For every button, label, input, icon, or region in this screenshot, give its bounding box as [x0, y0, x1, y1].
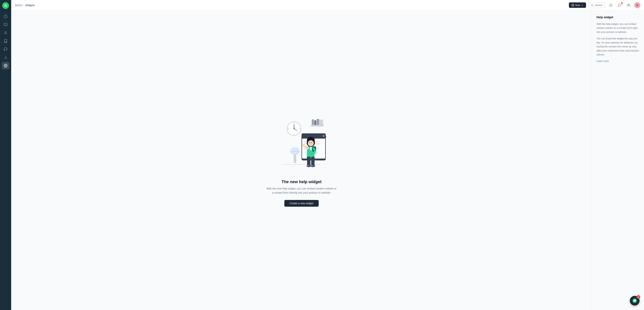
sidebar-item-conversations[interactable]	[2, 46, 9, 53]
sidebar-item-reports[interactable]	[2, 54, 9, 61]
svg-rect-61	[307, 157, 310, 166]
sidebar-item-settings[interactable]	[2, 62, 9, 69]
svg-point-28	[300, 128, 300, 129]
svg-point-26	[294, 134, 294, 135]
main-description: With the new help widget, you can embed …	[266, 186, 337, 195]
floating-widget-button[interactable]: 1	[630, 296, 640, 305]
svg-point-59	[310, 142, 310, 143]
learn-more-link[interactable]: Learn more	[596, 60, 609, 63]
main-heading: The new help widget	[282, 179, 322, 184]
chatwoot-logo-icon	[632, 298, 637, 303]
breadcrumb-separator: ›	[24, 4, 24, 7]
svg-rect-32	[316, 119, 319, 125]
svg-rect-31	[314, 120, 316, 125]
breadcrumb-admin[interactable]: Admin	[15, 4, 22, 7]
svg-rect-62	[311, 157, 314, 166]
svg-point-65	[307, 165, 309, 166]
breadcrumb: Admin › Widgets	[15, 4, 568, 7]
svg-point-55	[308, 138, 310, 140]
main-area: Admin › Widgets New Search	[11, 0, 644, 310]
right-panel-title: Help widget	[596, 16, 640, 19]
chat-button[interactable]	[616, 2, 623, 9]
svg-point-56	[312, 138, 314, 140]
topbar-actions: New Search D	[569, 2, 640, 9]
message-icon	[618, 4, 622, 7]
bell-icon	[609, 4, 612, 7]
search-icon	[591, 4, 594, 7]
svg-point-60	[312, 142, 312, 143]
svg-rect-29	[311, 125, 324, 126]
chevron-down-icon	[581, 4, 584, 6]
center-content: The new help widget With the new help wi…	[11, 11, 592, 310]
right-panel-paragraph2: You can brand the widget the way you lik…	[596, 37, 640, 57]
svg-rect-33	[320, 120, 323, 125]
sidebar-item-knowledge[interactable]	[2, 37, 9, 45]
sidebar-item-dashboard[interactable]	[2, 13, 9, 20]
sidebar-logo[interactable]	[2, 2, 9, 9]
svg-point-27	[288, 128, 288, 129]
team-button[interactable]	[625, 2, 632, 9]
avatar-button[interactable]: D	[634, 2, 640, 8]
breadcrumb-current: Widgets	[25, 4, 35, 7]
sidebar-item-contacts[interactable]	[2, 29, 9, 37]
users-icon	[627, 4, 630, 7]
svg-point-11	[5, 65, 6, 66]
chat-badge	[621, 2, 623, 4]
svg-point-16	[592, 4, 593, 6]
right-panel: Help widget With the help widget, you ca…	[592, 11, 644, 310]
search-button[interactable]: Search	[588, 2, 605, 8]
svg-point-25	[294, 123, 294, 124]
topbar: Admin › Widgets New Search	[11, 0, 644, 11]
widget-illustration	[272, 114, 331, 173]
svg-rect-40	[302, 136, 326, 137]
right-panel-paragraph1: With the help widget, you can embed solu…	[596, 22, 640, 34]
new-button[interactable]: New	[569, 3, 586, 8]
sidebar-item-inbox[interactable]	[2, 21, 9, 28]
floating-badge: 1	[636, 295, 640, 299]
svg-point-7	[5, 32, 6, 33]
notifications-button[interactable]	[608, 2, 614, 9]
svg-rect-30	[312, 119, 314, 125]
create-widget-button[interactable]: Create a new widget	[284, 200, 319, 207]
sidebar	[0, 0, 11, 310]
chatwoot-widget-icon[interactable]: 1	[630, 296, 640, 305]
svg-rect-6	[4, 23, 7, 26]
new-icon	[572, 4, 574, 7]
svg-point-2	[5, 5, 6, 6]
svg-point-18	[628, 4, 629, 5]
content-area: The new help widget With the new help wi…	[11, 11, 644, 310]
svg-point-66	[311, 165, 313, 166]
svg-line-17	[593, 6, 594, 6]
svg-point-58	[308, 140, 314, 146]
svg-point-57	[310, 137, 312, 139]
